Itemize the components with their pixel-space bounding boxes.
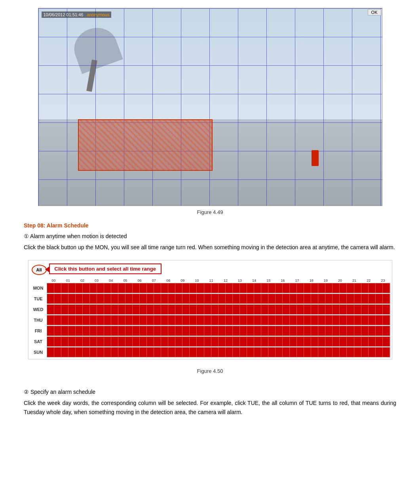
time-cell[interactable] bbox=[233, 347, 240, 357]
time-cell[interactable] bbox=[197, 315, 204, 325]
time-cell[interactable] bbox=[147, 337, 154, 346]
time-cell[interactable] bbox=[104, 337, 111, 346]
time-cell[interactable] bbox=[83, 305, 90, 314]
time-cell[interactable] bbox=[211, 326, 219, 336]
time-cell[interactable] bbox=[233, 326, 240, 336]
time-cell[interactable] bbox=[240, 315, 247, 325]
time-cells[interactable] bbox=[47, 304, 390, 315]
time-cell[interactable] bbox=[219, 283, 226, 293]
time-cell[interactable] bbox=[47, 315, 54, 325]
time-cell[interactable] bbox=[197, 283, 204, 293]
time-cell[interactable] bbox=[90, 315, 97, 325]
ok-button[interactable]: OK bbox=[368, 9, 381, 15]
time-cell[interactable] bbox=[311, 315, 318, 325]
time-cell[interactable] bbox=[261, 315, 268, 325]
time-cell[interactable] bbox=[118, 326, 125, 336]
time-cell[interactable] bbox=[104, 294, 111, 304]
time-cells[interactable] bbox=[47, 347, 390, 357]
time-cell[interactable] bbox=[219, 315, 226, 325]
time-cell[interactable] bbox=[233, 305, 240, 314]
time-cell[interactable] bbox=[111, 347, 118, 357]
time-cell[interactable] bbox=[61, 326, 68, 336]
time-cell[interactable] bbox=[61, 305, 68, 314]
time-cell[interactable] bbox=[76, 315, 83, 325]
time-cell[interactable] bbox=[247, 347, 254, 357]
time-cell[interactable] bbox=[175, 283, 182, 293]
time-cell[interactable] bbox=[226, 294, 233, 304]
time-cell[interactable] bbox=[190, 294, 197, 304]
time-cell[interactable] bbox=[297, 283, 304, 293]
time-cell[interactable] bbox=[140, 326, 147, 336]
time-cell[interactable] bbox=[233, 294, 240, 304]
time-cell[interactable] bbox=[90, 326, 97, 336]
time-cell[interactable] bbox=[276, 283, 283, 293]
time-cell[interactable] bbox=[68, 315, 76, 325]
time-cell[interactable] bbox=[54, 326, 61, 336]
time-cell[interactable] bbox=[182, 337, 190, 346]
time-cell[interactable] bbox=[140, 337, 147, 346]
time-cell[interactable] bbox=[197, 347, 204, 357]
time-cell[interactable] bbox=[154, 294, 161, 304]
time-cell[interactable] bbox=[133, 294, 140, 304]
time-cell[interactable] bbox=[83, 315, 90, 325]
time-cell[interactable] bbox=[61, 347, 68, 357]
time-cell[interactable] bbox=[168, 337, 175, 346]
time-cell[interactable] bbox=[61, 294, 68, 304]
time-cell[interactable] bbox=[354, 315, 361, 325]
time-cell[interactable] bbox=[297, 347, 304, 357]
time-cell[interactable] bbox=[197, 326, 204, 336]
time-cell[interactable] bbox=[297, 337, 304, 346]
time-cell[interactable] bbox=[118, 305, 125, 314]
time-cell[interactable] bbox=[304, 337, 311, 346]
time-cell[interactable] bbox=[318, 305, 325, 314]
time-cell[interactable] bbox=[54, 294, 61, 304]
time-cell[interactable] bbox=[211, 283, 219, 293]
time-cell[interactable] bbox=[318, 294, 325, 304]
time-cell[interactable] bbox=[283, 326, 290, 336]
time-cell[interactable] bbox=[304, 326, 311, 336]
time-cell[interactable] bbox=[154, 283, 161, 293]
time-cell[interactable] bbox=[104, 305, 111, 314]
time-cell[interactable] bbox=[333, 347, 340, 357]
time-cell[interactable] bbox=[325, 315, 333, 325]
time-cell[interactable] bbox=[268, 294, 276, 304]
time-cell[interactable] bbox=[376, 337, 383, 346]
time-cell[interactable] bbox=[47, 347, 54, 357]
time-cell[interactable] bbox=[333, 315, 340, 325]
time-cell[interactable] bbox=[361, 347, 369, 357]
time-cell[interactable] bbox=[318, 283, 325, 293]
time-cell[interactable] bbox=[311, 283, 318, 293]
time-cell[interactable] bbox=[311, 294, 318, 304]
time-cell[interactable] bbox=[219, 294, 226, 304]
time-cell[interactable] bbox=[311, 326, 318, 336]
time-cell[interactable] bbox=[133, 347, 140, 357]
time-cell[interactable] bbox=[125, 315, 133, 325]
time-cell[interactable] bbox=[347, 347, 354, 357]
time-cell[interactable] bbox=[125, 337, 133, 346]
time-cell[interactable] bbox=[376, 347, 383, 357]
time-cell[interactable] bbox=[54, 305, 61, 314]
time-cell[interactable] bbox=[90, 294, 97, 304]
time-cell[interactable] bbox=[347, 326, 354, 336]
time-cell[interactable] bbox=[325, 347, 333, 357]
time-cell[interactable] bbox=[168, 294, 175, 304]
time-cell[interactable] bbox=[47, 294, 54, 304]
time-cell[interactable] bbox=[68, 305, 76, 314]
time-cell[interactable] bbox=[290, 347, 297, 357]
time-cell[interactable] bbox=[383, 294, 390, 304]
time-cell[interactable] bbox=[340, 294, 347, 304]
time-cell[interactable] bbox=[161, 326, 168, 336]
time-cell[interactable] bbox=[247, 326, 254, 336]
time-cell[interactable] bbox=[361, 326, 369, 336]
time-cell[interactable] bbox=[226, 326, 233, 336]
time-cell[interactable] bbox=[204, 294, 211, 304]
time-cell[interactable] bbox=[68, 283, 76, 293]
time-cell[interactable] bbox=[211, 305, 219, 314]
time-cell[interactable] bbox=[111, 305, 118, 314]
time-cell[interactable] bbox=[383, 347, 390, 357]
time-cell[interactable] bbox=[318, 347, 325, 357]
time-cell[interactable] bbox=[361, 283, 369, 293]
time-cell[interactable] bbox=[111, 326, 118, 336]
time-cell[interactable] bbox=[118, 337, 125, 346]
time-cell[interactable] bbox=[68, 337, 76, 346]
